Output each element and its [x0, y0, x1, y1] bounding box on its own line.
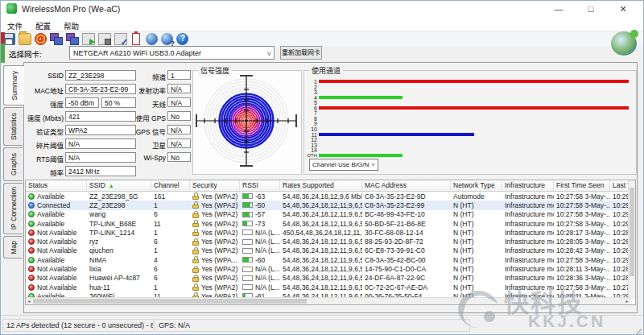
- cell: 1: [151, 229, 190, 237]
- field-value[interactable]: N/A: [167, 97, 191, 107]
- table-row[interactable]: AvailableNIMA4Yes (WPA...-6054,48,36,24,…: [26, 255, 635, 264]
- cell: N/A (L...: [240, 283, 280, 292]
- rssi-text: N/A (L...: [255, 274, 280, 282]
- cell: 54,48,36,24,18,12,11,9,6,5,2,1 Mb: [280, 274, 362, 282]
- reload-adapter-button[interactable]: 重新加载网卡: [280, 46, 322, 60]
- cell: C8-3A-35-42-BC-00: [362, 256, 451, 264]
- toolbar: [1, 31, 643, 47]
- verify-check-icon[interactable]: [114, 33, 127, 45]
- rssi-text: N/A (L...: [255, 238, 280, 246]
- column-header-rates-supported[interactable]: Rates Supported: [280, 180, 362, 191]
- table-row[interactable]: Availablewang6Yes (WPA2)-5754,48,36,24,1…: [26, 210, 635, 219]
- lock-icon: [192, 220, 199, 227]
- field-value[interactable]: WPA2: [65, 125, 136, 135]
- export-stop-icon[interactable]: [98, 33, 111, 45]
- field-value[interactable]: 421: [65, 111, 136, 122]
- adapter-select[interactable]: NETGEAR A6210 WiFi USB3.0 Adapter ˅: [69, 46, 275, 60]
- resize-grip[interactable]: [635, 329, 642, 335]
- network-copy-icon[interactable]: [50, 33, 63, 45]
- field-value[interactable]: ZZ_23E298: [65, 70, 136, 81]
- field-value[interactable]: N/A: [167, 84, 191, 93]
- cell: TP-LINK_B68E: [87, 220, 151, 228]
- tab-ip-connection[interactable]: IP Connection: [3, 183, 23, 234]
- status-icon: [28, 211, 35, 217]
- vertical-scrollbar[interactable]: [628, 180, 635, 300]
- column-header-ssid[interactable]: SSID▲: [87, 180, 151, 191]
- minimize-button[interactable]: —: [545, 1, 572, 18]
- network-copy-2-icon[interactable]: [66, 33, 79, 45]
- cell: Available: [26, 210, 87, 218]
- field-value[interactable]: N/A: [65, 139, 136, 149]
- table-row[interactable]: Not Availableqiuchen1Yes (WPA2)N/A (L...…: [26, 246, 635, 255]
- lock-icon: [192, 229, 199, 236]
- column-header-first-time-seen[interactable]: First Time Seen: [554, 180, 610, 191]
- field-value[interactable]: C8-3A-35-23-E2-99: [65, 84, 136, 94]
- table-row[interactable]: Not Availablelixia6Yes (WPA2)N/A (L...54…: [26, 264, 635, 273]
- cell: C8-3A-35-23-E2-99: [362, 201, 451, 209]
- channel-usage-bar: [319, 133, 474, 136]
- help-icon[interactable]: [176, 33, 188, 45]
- rssi-text: -57: [255, 210, 265, 218]
- open-folder-icon[interactable]: [19, 33, 31, 45]
- lock-icon: [192, 256, 199, 263]
- cell: Yes (WPA2): [190, 201, 240, 209]
- web-icon[interactable]: [146, 33, 158, 45]
- cell: N/A (L...: [240, 229, 280, 237]
- column-header-network-type[interactable]: Network Type: [451, 180, 502, 191]
- table-row[interactable]: AvailableTP-LINK_B68E11Yes (WPA2)-7354,4…: [26, 219, 635, 228]
- tab-map[interactable]: Map: [3, 236, 23, 258]
- field-value[interactable]: 50 %: [101, 97, 136, 108]
- cell: Infrastructure mo...: [502, 192, 554, 201]
- table-row[interactable]: ConnectedZZ_23E2981Yes (WPA2)-5054,48,36…: [26, 201, 635, 209]
- signal-strength-group: 信号强度: [192, 70, 302, 175]
- table-row[interactable]: AvailableZZ_23E298_5G161Yes (WPA2)-6354,…: [26, 192, 635, 201]
- channel-label: 2: [304, 85, 317, 89]
- field-value[interactable]: N/A: [65, 152, 136, 163]
- cell: 54,48,36,24,18,12,9,6 Mb/s: [280, 192, 362, 201]
- export-run-icon[interactable]: [82, 33, 95, 45]
- ap-count-status: 12 APs detected (12 secure - 0 unsecured…: [2, 319, 154, 332]
- column-header-rssi[interactable]: RSSI: [240, 180, 280, 191]
- cell: Yes (WPA...: [190, 256, 240, 264]
- channel-use-dropdown-value: Channel Use B/G/N: [312, 161, 369, 168]
- battery-icon[interactable]: [132, 33, 140, 45]
- field-label: 频率: [7, 168, 64, 177]
- cell: Infrastructure mo...: [502, 274, 554, 282]
- column-header-channel[interactable]: Channel: [151, 180, 190, 191]
- status-text: Not Available: [37, 265, 76, 273]
- cell: 54,48,36,24,18,12,11,9,6,5,2,1 Mb: [280, 220, 362, 228]
- horizontal-scrollbar[interactable]: ◂ ▸: [26, 297, 630, 304]
- field-value[interactable]: N/A: [167, 139, 191, 148]
- column-header-mac-address[interactable]: MAC Address: [362, 180, 451, 191]
- cell: Yes (WPA2): [190, 220, 240, 228]
- scroll-left-icon[interactable]: ◂: [26, 298, 32, 304]
- column-header-security[interactable]: Security: [190, 180, 240, 191]
- table-row[interactable]: Not Availableryz6Yes (WPA2)N/A (L...54,4…: [26, 237, 635, 246]
- field-value[interactable]: N/A: [167, 125, 191, 134]
- field-value[interactable]: No: [167, 111, 191, 121]
- field-value[interactable]: -50 dBm: [65, 97, 99, 108]
- wirelessmon-logo-icon: [611, 31, 637, 56]
- table-row[interactable]: Not Availablehua-111Yes (WPA2)N/A (L...5…: [26, 283, 635, 292]
- field-value[interactable]: No: [167, 152, 191, 162]
- field-value[interactable]: 2412 MHz: [65, 166, 136, 176]
- record-icon[interactable]: [35, 33, 47, 45]
- maximize-button[interactable]: □: [577, 1, 605, 18]
- channel-label: 10: [304, 127, 317, 131]
- scrollbar-thumb[interactable]: [33, 299, 307, 304]
- web-query-icon[interactable]: [161, 33, 173, 45]
- table-row[interactable]: Not AvailableHuawei AP-4c876Yes (WPA2)N/…: [26, 274, 635, 283]
- tab-label: IP Connection: [10, 187, 18, 230]
- scrollbar-thumb[interactable]: [630, 188, 634, 276]
- table-row[interactable]: Not AvailableTP-LINK_12141Yes (WPA2)N/A …: [26, 228, 635, 237]
- column-header-status[interactable]: Status: [26, 180, 87, 191]
- channel-use-dropdown[interactable]: Channel Use B/G/N ˅: [309, 159, 378, 171]
- cell: 10:27:58 3-May-...: [554, 201, 610, 209]
- column-header-infrastructure[interactable]: Infrastructure: [502, 180, 554, 191]
- close-button[interactable]: ✕: [609, 1, 637, 18]
- cell: Yes (WPA2): [190, 265, 240, 273]
- status-text: Not Available: [37, 274, 76, 282]
- cell: Yes (WPA2): [190, 283, 240, 292]
- field-value[interactable]: 1: [167, 70, 191, 80]
- scroll-right-icon[interactable]: ▸: [624, 298, 630, 304]
